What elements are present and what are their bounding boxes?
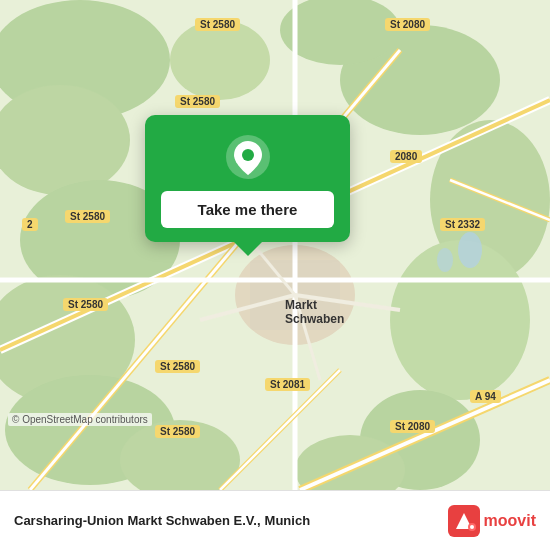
location-city: Munich [265,513,311,528]
map-attribution: © OpenStreetMap contributors [8,413,152,426]
map-container: St 2580St 2080St 25802080St 25802St 2332… [0,0,550,490]
road-label-r9: St 2580 [155,360,200,373]
road-label-r6: 2 [22,218,38,231]
svg-point-39 [470,525,474,529]
svg-point-35 [242,149,254,161]
road-label-r12: St 2080 [390,420,435,433]
road-label-r1: St 2580 [195,18,240,31]
svg-point-33 [437,248,453,272]
road-label-r7: St 2332 [440,218,485,231]
road-label-r2: St 2080 [385,18,430,31]
moovit-brand-icon [448,505,480,537]
take-me-there-button[interactable]: Take me there [161,191,334,228]
road-label-r8: St 2580 [63,298,108,311]
road-label-r11: St 2580 [155,425,200,438]
moovit-logo: moovit [448,505,536,537]
svg-point-32 [458,232,482,268]
road-label-r10: St 2081 [265,378,310,391]
popup-card: Take me there [145,115,350,242]
svg-point-12 [170,20,270,100]
road-label-r3: St 2580 [175,95,220,108]
bottom-bar: Carsharing-Union Markt Schwaben E.V., Mu… [0,490,550,550]
road-label-r5: St 2580 [65,210,110,223]
town-label: Markt Schwaben [285,298,344,327]
location-title: Carsharing-Union Markt Schwaben E.V., [14,513,261,528]
location-pin-icon [224,133,272,181]
road-label-r13: A 94 [470,390,501,403]
moovit-text: moovit [484,512,536,530]
svg-point-9 [390,240,530,400]
road-label-r4: 2080 [390,150,422,163]
